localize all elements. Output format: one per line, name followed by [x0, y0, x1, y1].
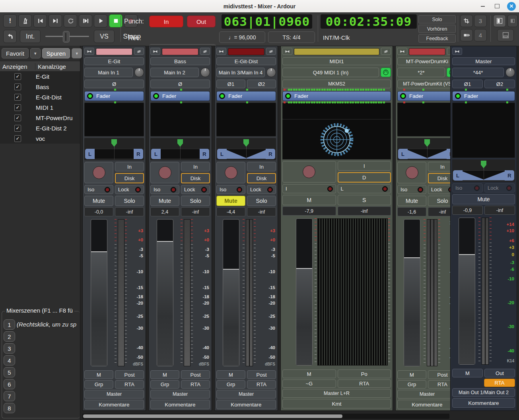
processor-box[interactable] — [452, 103, 515, 158]
strip-color-bar[interactable] — [162, 48, 198, 55]
strip-name-button[interactable]: MT-PowerDrumKi — [397, 57, 450, 65]
horizontal-scrollbar[interactable] — [82, 414, 449, 419]
punch-in-button[interactable]: In — [149, 16, 183, 27]
strip-color-bar[interactable] — [96, 48, 132, 55]
track-visible-checkbox[interactable]: ✓ — [14, 94, 21, 101]
processor-active-led[interactable] — [87, 93, 93, 99]
pan-widget[interactable]: LR — [397, 138, 450, 160]
varispeed-button[interactable]: VS — [94, 30, 114, 43]
pan-left-tab[interactable]: L — [151, 149, 161, 159]
mute-button[interactable]: Mute — [216, 196, 245, 206]
rta-button[interactable]: RTA — [181, 380, 210, 389]
plugin-processor-button[interactable]: MKMS2 — [282, 80, 391, 88]
group-button[interactable]: ~G — [282, 379, 336, 388]
solo-isolate-button[interactable]: Iso — [216, 185, 245, 194]
phase-invert-button[interactable]: Ø — [84, 80, 144, 88]
time-signature-button[interactable]: TS: 4/4 — [268, 31, 315, 43]
scrollbar-handle[interactable] — [83, 414, 342, 418]
panel-bottom-icon-button[interactable] — [497, 29, 514, 41]
mixer-scene-6-button[interactable]: 6 — [4, 379, 15, 389]
output-button[interactable]: Master — [397, 390, 450, 399]
pan-left-tab[interactable]: L — [217, 149, 227, 159]
monitor-disk-button[interactable]: Disk — [247, 173, 276, 183]
fader-processor-entry[interactable]: Fader — [216, 91, 276, 101]
record-arm-button[interactable] — [150, 162, 179, 183]
toolbar-number-4-button[interactable]: 4 — [474, 29, 487, 41]
monitor-input-button[interactable]: I — [338, 161, 391, 171]
pan-track[interactable] — [463, 170, 505, 181]
solo-isolate-button[interactable]: Iso — [397, 185, 426, 194]
record-arm-button[interactable] — [397, 162, 426, 183]
mixer-scene-5-button[interactable]: 5 — [4, 367, 15, 377]
metering-button[interactable]: M — [282, 369, 336, 378]
comments-button[interactable]: Kommentare — [216, 400, 276, 409]
strip-name-button[interactable]: E-Git-Dist — [216, 57, 276, 65]
pan-left-tab[interactable]: L — [398, 149, 408, 159]
meter-point-button[interactable]: Post — [115, 370, 144, 379]
peak-value-display[interactable]: -inf — [247, 207, 276, 216]
group-button[interactable]: Grp — [84, 380, 113, 389]
solo-lock-button[interactable]: Lock — [484, 183, 515, 192]
monitor-disk-button[interactable]: D — [338, 172, 391, 183]
audition-button[interactable]: Vorhören — [418, 25, 456, 33]
monitor-input-button[interactable]: In — [428, 162, 450, 171]
solo-isolate-button[interactable]: Iso — [150, 185, 179, 194]
fader-handle[interactable] — [223, 269, 239, 270]
primary-clock-bbt[interactable]: 063|01|0960 — [222, 14, 312, 29]
mixer-scene-8-button[interactable]: 8 — [4, 403, 15, 413]
close-button[interactable]: ✕ — [507, 2, 516, 11]
strip-hide-eye-button[interactable] — [200, 48, 210, 55]
metering-button[interactable]: M — [216, 370, 245, 379]
gain-value-display[interactable]: -4,4 — [216, 207, 245, 216]
processor-box[interactable] — [282, 103, 391, 119]
channel-fader[interactable] — [296, 218, 313, 366]
channel-fader[interactable] — [459, 218, 475, 365]
panel-left-icon-button[interactable] — [493, 15, 506, 27]
solo-button[interactable]: Solo — [115, 196, 144, 206]
strip-width-button[interactable] — [216, 48, 226, 55]
monitor-input-button[interactable]: In — [181, 162, 210, 171]
mixer-scene-7-button[interactable]: 7 — [4, 391, 15, 401]
fader-handle[interactable] — [157, 241, 173, 242]
mixer-scene-4-button[interactable]: 4 — [4, 355, 15, 366]
output-button[interactable]: Main Out 1/Main Out 2 — [452, 388, 515, 397]
fader-processor-entry[interactable]: Fader — [397, 91, 450, 101]
tracks-dropdown-arrow[interactable]: ▾ — [72, 48, 82, 58]
strip-color-bar[interactable] — [228, 48, 264, 55]
track-visible-checkbox[interactable]: ✓ — [14, 73, 21, 80]
pan-left-tab[interactable]: L — [85, 149, 95, 159]
mixer-scene-1-button[interactable]: 1 — [4, 319, 15, 330]
comments-button[interactable]: Kommentare — [84, 400, 144, 409]
monitor-disk-button[interactable]: Disk — [428, 173, 450, 183]
fader-processor-entry[interactable]: Fader — [84, 91, 144, 101]
phase-invert-button[interactable]: Ø2 — [247, 80, 276, 88]
phase-invert-button[interactable]: Ø2 — [484, 80, 515, 88]
fader-processor-entry[interactable]: Fader — [282, 91, 391, 101]
metering-button[interactable]: M — [84, 370, 113, 379]
gain-value-display[interactable]: -0,0 — [84, 207, 113, 216]
meter-point-button[interactable]: Out — [484, 369, 515, 377]
processor-active-led[interactable] — [219, 93, 225, 99]
gain-value-display[interactable]: -7,9 — [282, 206, 336, 216]
monitor-input-button[interactable]: In — [115, 162, 144, 171]
track-visible-checkbox[interactable]: ✓ — [14, 115, 21, 121]
pan-right-tab[interactable]: R — [134, 149, 143, 159]
rta-button[interactable]: RTA — [338, 379, 391, 388]
track-visible-checkbox[interactable]: ✓ — [14, 135, 21, 142]
strip-input-button[interactable]: Q49 MIDI 1 (In) — [282, 68, 379, 77]
meter-point-button[interactable]: Po — [338, 369, 391, 378]
monitor-disk-button[interactable]: Disk — [181, 173, 210, 183]
strip-input-button[interactable]: *2* — [397, 68, 445, 77]
undo-arrow-icon-button[interactable] — [3, 30, 17, 43]
fader-handle[interactable] — [296, 268, 312, 269]
solo-global-button[interactable]: Solo — [418, 15, 456, 23]
midi-din-icon[interactable] — [381, 68, 391, 77]
peak-value-display[interactable]: -inf — [428, 207, 450, 216]
strip-color-bar[interactable] — [294, 48, 379, 55]
processor-box[interactable] — [397, 103, 450, 136]
metering-button[interactable]: M — [397, 370, 426, 379]
strip-name-button[interactable]: MIDI1 — [282, 57, 391, 65]
output-button[interactable]: Master L+R — [282, 389, 391, 398]
strip-width-button[interactable] — [84, 48, 94, 55]
strip-name-button[interactable]: E-Git — [84, 57, 144, 65]
